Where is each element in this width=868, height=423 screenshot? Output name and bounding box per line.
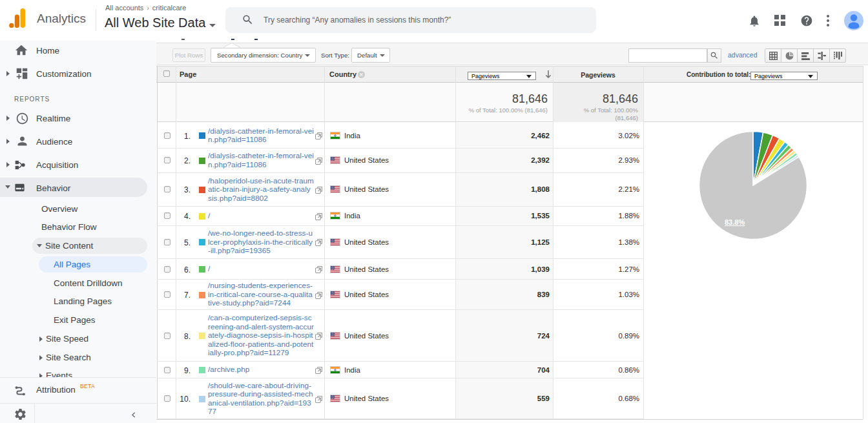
svg-text:83.8%: 83.8% [725,218,745,226]
